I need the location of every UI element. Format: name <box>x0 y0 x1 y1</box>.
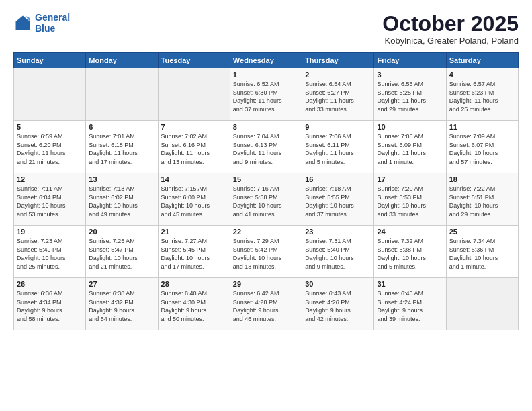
cell-content: Sunrise: 7:18 AM Sunset: 5:55 PM Dayligh… <box>305 185 371 218</box>
day-number: 7 <box>161 123 227 131</box>
weekday-header-sunday: Sunday <box>14 53 86 68</box>
cell-content: Sunrise: 7:15 AM Sunset: 6:00 PM Dayligh… <box>161 185 227 218</box>
calendar-cell: 2Sunrise: 6:54 AM Sunset: 6:27 PM Daylig… <box>302 68 374 121</box>
day-number: 13 <box>89 175 154 183</box>
day-number: 2 <box>305 71 371 79</box>
cell-content: Sunrise: 6:45 AM Sunset: 4:24 PM Dayligh… <box>377 289 443 323</box>
cell-content: Sunrise: 7:20 AM Sunset: 5:53 PM Dayligh… <box>377 185 443 218</box>
title-block: October 2025 Kobylnica, Greater Poland, … <box>382 12 519 46</box>
cell-content: Sunrise: 7:08 AM Sunset: 6:09 PM Dayligh… <box>377 132 443 166</box>
weekday-header-saturday: Saturday <box>446 53 518 68</box>
calendar-cell: 26Sunrise: 6:36 AM Sunset: 4:34 PM Dayli… <box>14 278 86 330</box>
cell-content: Sunrise: 7:09 AM Sunset: 6:07 PM Dayligh… <box>449 132 515 166</box>
calendar-cell: 25Sunrise: 7:34 AM Sunset: 5:36 PM Dayli… <box>446 226 518 278</box>
day-number: 27 <box>89 280 154 288</box>
day-number: 3 <box>377 71 443 79</box>
cell-content: Sunrise: 6:40 AM Sunset: 4:30 PM Dayligh… <box>161 289 227 323</box>
logo-text: General Blue <box>35 12 70 34</box>
calendar-cell: 27Sunrise: 6:38 AM Sunset: 4:32 PM Dayli… <box>86 278 158 330</box>
calendar-cell: 29Sunrise: 6:42 AM Sunset: 4:28 PM Dayli… <box>230 278 302 330</box>
calendar-cell: 19Sunrise: 7:23 AM Sunset: 5:49 PM Dayli… <box>14 226 86 278</box>
week-row-4: 26Sunrise: 6:36 AM Sunset: 4:34 PM Dayli… <box>14 278 519 330</box>
logo-general: General <box>35 12 70 23</box>
day-number: 6 <box>89 123 154 131</box>
calendar-cell: 8Sunrise: 7:04 AM Sunset: 6:13 PM Daylig… <box>230 121 302 173</box>
calendar-cell: 31Sunrise: 6:45 AM Sunset: 4:24 PM Dayli… <box>374 278 446 330</box>
day-number: 23 <box>305 228 371 236</box>
calendar-cell: 1Sunrise: 6:52 AM Sunset: 6:30 PM Daylig… <box>230 68 302 121</box>
calendar-cell: 10Sunrise: 7:08 AM Sunset: 6:09 PM Dayli… <box>374 121 446 173</box>
cell-content: Sunrise: 7:06 AM Sunset: 6:11 PM Dayligh… <box>305 132 371 166</box>
cell-content: Sunrise: 6:42 AM Sunset: 4:28 PM Dayligh… <box>233 289 299 323</box>
cell-content: Sunrise: 7:34 AM Sunset: 5:36 PM Dayligh… <box>449 237 515 271</box>
day-number: 16 <box>305 175 371 183</box>
weekday-header-thursday: Thursday <box>302 53 374 68</box>
day-number: 8 <box>233 123 299 131</box>
day-number: 9 <box>305 123 371 131</box>
calendar-cell: 16Sunrise: 7:18 AM Sunset: 5:55 PM Dayli… <box>302 173 374 226</box>
day-number: 31 <box>377 280 443 288</box>
day-number: 4 <box>449 71 515 79</box>
cell-content: Sunrise: 6:56 AM Sunset: 6:25 PM Dayligh… <box>377 80 443 113</box>
cell-content: Sunrise: 6:43 AM Sunset: 4:26 PM Dayligh… <box>305 289 371 323</box>
calendar-cell <box>158 68 230 121</box>
day-number: 5 <box>17 123 83 131</box>
calendar-table: SundayMondayTuesdayWednesdayThursdayFrid… <box>13 52 519 330</box>
cell-content: Sunrise: 7:13 AM Sunset: 6:02 PM Dayligh… <box>89 185 154 218</box>
day-number: 29 <box>233 280 299 288</box>
day-number: 12 <box>17 175 83 183</box>
calendar-cell <box>446 278 518 330</box>
cell-content: Sunrise: 7:25 AM Sunset: 5:47 PM Dayligh… <box>89 237 154 271</box>
day-number: 28 <box>161 280 227 288</box>
calendar-cell: 14Sunrise: 7:15 AM Sunset: 6:00 PM Dayli… <box>158 173 230 226</box>
day-number: 18 <box>449 175 515 183</box>
calendar-cell: 7Sunrise: 7:02 AM Sunset: 6:16 PM Daylig… <box>158 121 230 173</box>
cell-content: Sunrise: 7:27 AM Sunset: 5:45 PM Dayligh… <box>161 237 227 271</box>
cell-content: Sunrise: 7:01 AM Sunset: 6:18 PM Dayligh… <box>89 132 154 166</box>
month-title: October 2025 <box>382 12 519 36</box>
day-number: 26 <box>17 280 83 288</box>
header: General Blue October 2025 Kobylnica, Gre… <box>13 12 519 46</box>
day-number: 22 <box>233 228 299 236</box>
logo-blue: Blue <box>35 23 55 34</box>
calendar-cell: 28Sunrise: 6:40 AM Sunset: 4:30 PM Dayli… <box>158 278 230 330</box>
calendar-cell: 17Sunrise: 7:20 AM Sunset: 5:53 PM Dayli… <box>374 173 446 226</box>
day-number: 14 <box>161 175 227 183</box>
calendar-cell <box>86 68 158 121</box>
day-number: 1 <box>233 71 299 79</box>
calendar-cell: 15Sunrise: 7:16 AM Sunset: 5:58 PM Dayli… <box>230 173 302 226</box>
weekday-header-friday: Friday <box>374 53 446 68</box>
day-number: 24 <box>377 228 443 236</box>
cell-content: Sunrise: 6:38 AM Sunset: 4:32 PM Dayligh… <box>89 289 154 323</box>
cell-content: Sunrise: 7:11 AM Sunset: 6:04 PM Dayligh… <box>17 185 83 218</box>
calendar-cell: 24Sunrise: 7:32 AM Sunset: 5:38 PM Dayli… <box>374 226 446 278</box>
location: Kobylnica, Greater Poland, Poland <box>382 36 519 46</box>
cell-content: Sunrise: 7:29 AM Sunset: 5:42 PM Dayligh… <box>233 237 299 271</box>
calendar-cell <box>14 68 86 121</box>
week-row-2: 12Sunrise: 7:11 AM Sunset: 6:04 PM Dayli… <box>14 173 519 226</box>
week-row-1: 5Sunrise: 6:59 AM Sunset: 6:20 PM Daylig… <box>14 121 519 173</box>
calendar-cell: 4Sunrise: 6:57 AM Sunset: 6:23 PM Daylig… <box>446 68 518 121</box>
day-number: 21 <box>161 228 227 236</box>
day-number: 19 <box>17 228 83 236</box>
calendar-cell: 11Sunrise: 7:09 AM Sunset: 6:07 PM Dayli… <box>446 121 518 173</box>
day-number: 20 <box>89 228 154 236</box>
cell-content: Sunrise: 6:54 AM Sunset: 6:27 PM Dayligh… <box>305 80 371 113</box>
cell-content: Sunrise: 7:32 AM Sunset: 5:38 PM Dayligh… <box>377 237 443 271</box>
calendar-cell: 20Sunrise: 7:25 AM Sunset: 5:47 PM Dayli… <box>86 226 158 278</box>
calendar-cell: 9Sunrise: 7:06 AM Sunset: 6:11 PM Daylig… <box>302 121 374 173</box>
week-row-0: 1Sunrise: 6:52 AM Sunset: 6:30 PM Daylig… <box>14 68 519 121</box>
weekday-header-row: SundayMondayTuesdayWednesdayThursdayFrid… <box>14 53 519 68</box>
page: General Blue October 2025 Kobylnica, Gre… <box>0 0 532 411</box>
calendar-cell: 5Sunrise: 6:59 AM Sunset: 6:20 PM Daylig… <box>14 121 86 173</box>
weekday-header-tuesday: Tuesday <box>158 53 230 68</box>
weekday-header-wednesday: Wednesday <box>230 53 302 68</box>
cell-content: Sunrise: 6:57 AM Sunset: 6:23 PM Dayligh… <box>449 80 515 113</box>
day-number: 17 <box>377 175 443 183</box>
cell-content: Sunrise: 7:23 AM Sunset: 5:49 PM Dayligh… <box>17 237 83 271</box>
cell-content: Sunrise: 6:52 AM Sunset: 6:30 PM Dayligh… <box>233 80 299 113</box>
day-number: 15 <box>233 175 299 183</box>
calendar-cell: 21Sunrise: 7:27 AM Sunset: 5:45 PM Dayli… <box>158 226 230 278</box>
calendar-cell: 12Sunrise: 7:11 AM Sunset: 6:04 PM Dayli… <box>14 173 86 226</box>
cell-content: Sunrise: 6:59 AM Sunset: 6:20 PM Dayligh… <box>17 132 83 166</box>
